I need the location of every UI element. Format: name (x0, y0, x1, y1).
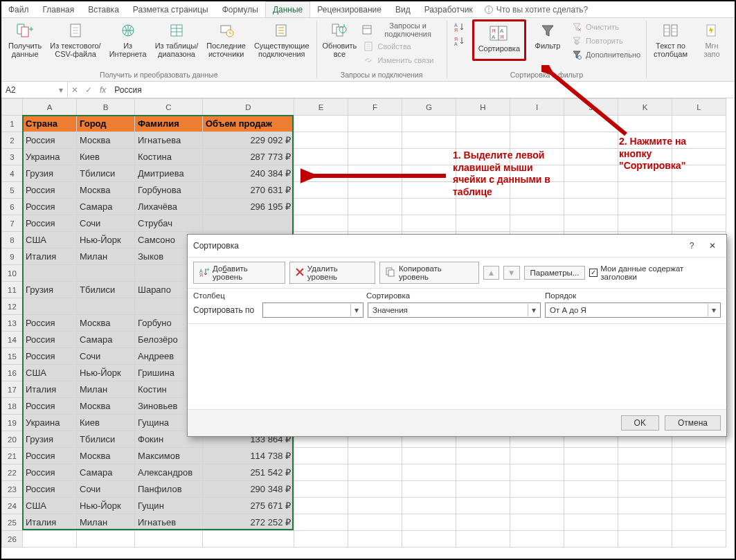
headers-checkbox[interactable]: ✓ Мои данные содержат заголовки (589, 264, 721, 281)
cell[interactable]: Сочи (77, 481, 135, 498)
clear-filter-button[interactable]: Очистить (569, 21, 642, 33)
cell[interactable] (672, 514, 726, 531)
cell[interactable]: Киев (77, 415, 135, 431)
cell[interactable] (402, 531, 456, 548)
cell[interactable] (456, 149, 510, 165)
row-header[interactable]: 19 (2, 415, 23, 431)
tab-данные[interactable]: Данные (265, 1, 310, 17)
cell[interactable] (23, 298, 77, 315)
cell[interactable] (618, 464, 672, 481)
cell[interactable] (348, 132, 402, 149)
row-header[interactable]: 17 (2, 381, 23, 398)
cell[interactable] (456, 448, 510, 464)
table-header-cell[interactable]: Страна (23, 116, 77, 132)
add-level-button[interactable]: АЯ＋ Добавить уровень (193, 262, 285, 284)
cell[interactable] (672, 199, 726, 215)
cell[interactable] (672, 182, 726, 199)
cell[interactable] (294, 132, 348, 149)
tab-разработчик[interactable]: Разработчик (418, 1, 480, 17)
cell[interactable]: Костина (135, 149, 203, 165)
cell[interactable] (456, 116, 510, 132)
get-data-button[interactable]: Получить данные (6, 19, 44, 60)
cell[interactable]: 114 738 ₽ (203, 448, 294, 464)
cell[interactable] (564, 514, 618, 531)
cell[interactable] (672, 498, 726, 514)
cell[interactable] (402, 481, 456, 498)
cell[interactable]: Игнатьева (135, 132, 203, 149)
col-header-K[interactable]: K (618, 99, 672, 116)
cell[interactable] (402, 149, 456, 165)
tab-рецензирование[interactable]: Рецензирование (310, 1, 388, 17)
flash-fill-button[interactable]: Мгн запо (693, 19, 730, 60)
row-header[interactable]: 20 (2, 431, 23, 448)
cell[interactable]: Гущин (135, 498, 203, 514)
cell[interactable] (23, 265, 77, 282)
edit-links-button[interactable]: Изменить связи (361, 54, 442, 66)
row-header[interactable]: 6 (2, 199, 23, 215)
row-header[interactable]: 18 (2, 398, 23, 415)
cell[interactable]: Италия (23, 514, 77, 531)
cell[interactable]: Россия (23, 448, 77, 464)
cell[interactable]: Москва (77, 315, 135, 332)
cell[interactable] (672, 215, 726, 232)
row-header[interactable]: 26 (2, 531, 23, 548)
cell[interactable]: Украина (23, 149, 77, 165)
cell[interactable] (672, 132, 726, 149)
queries-conn-button[interactable]: Запросы и подключения (361, 21, 442, 39)
cell[interactable]: Италия (23, 249, 77, 265)
cell[interactable]: 296 195 ₽ (203, 199, 294, 215)
cell[interactable]: Россия (23, 199, 77, 215)
existing-conn-button[interactable]: Существующие подключения (251, 19, 312, 60)
cell[interactable] (618, 182, 672, 199)
cell[interactable] (23, 531, 77, 548)
row-header[interactable]: 11 (2, 282, 23, 298)
cell[interactable]: 275 671 ₽ (203, 498, 294, 514)
formula-input[interactable]: Россия (110, 85, 735, 95)
text-to-columns-button[interactable]: Текст по столбцам (651, 19, 690, 60)
accept-formula-icon[interactable]: ✓ (82, 85, 96, 95)
cell[interactable]: Милан (77, 514, 135, 531)
cell[interactable] (618, 531, 672, 548)
row-header[interactable]: 8 (2, 232, 23, 249)
cell[interactable] (618, 448, 672, 464)
sorton-combo[interactable]: Значения▾ (368, 302, 541, 318)
fx-icon[interactable]: fx (96, 85, 110, 95)
cell[interactable] (510, 514, 564, 531)
cell[interactable] (672, 448, 726, 464)
col-header-F[interactable]: F (348, 99, 402, 116)
cell[interactable] (510, 215, 564, 232)
col-header-B[interactable]: B (77, 99, 135, 116)
cell[interactable]: США (23, 365, 77, 381)
row-header[interactable]: 22 (2, 464, 23, 481)
cell[interactable] (564, 215, 618, 232)
ok-button[interactable]: OK (621, 415, 659, 431)
cell[interactable]: США (23, 498, 77, 514)
cell[interactable]: 270 631 ₽ (203, 182, 294, 199)
cell[interactable]: Россия (23, 315, 77, 332)
cell[interactable] (77, 265, 135, 282)
cell[interactable]: Тбилиси (77, 282, 135, 298)
cell[interactable] (348, 448, 402, 464)
name-box[interactable]: A2▾ (1, 82, 68, 98)
cell[interactable]: Милан (77, 249, 135, 265)
cell[interactable]: Россия (23, 348, 77, 365)
cell[interactable]: Италия (23, 381, 77, 398)
row-header[interactable]: 3 (2, 149, 23, 165)
cell[interactable] (564, 531, 618, 548)
cell[interactable] (510, 531, 564, 548)
cell[interactable] (294, 182, 348, 199)
cell[interactable]: Струбач (135, 215, 203, 232)
cell[interactable]: Игнатьев (135, 514, 203, 531)
cell[interactable]: Самара (77, 464, 135, 481)
copy-level-button[interactable]: Копировать уровень (379, 262, 479, 284)
cell[interactable] (348, 116, 402, 132)
cell[interactable] (77, 531, 135, 548)
table-header-cell[interactable]: Фамилия (135, 116, 203, 132)
delete-level-button[interactable]: Удалить уровень (289, 262, 375, 284)
from-web-button[interactable]: Из Интернета (107, 19, 150, 60)
cell[interactable] (402, 165, 456, 182)
cell[interactable] (618, 132, 672, 149)
cell[interactable] (510, 132, 564, 149)
row-header[interactable]: 13 (2, 315, 23, 332)
cell[interactable] (564, 149, 618, 165)
